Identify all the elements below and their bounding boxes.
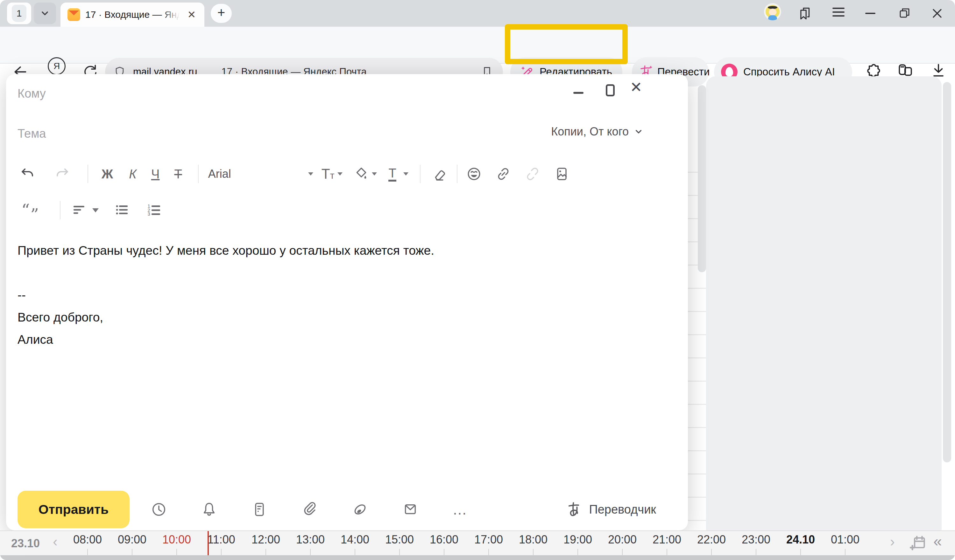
format-toolbar-row1: Ж К Ч Т Arial Тт Т xyxy=(16,159,570,189)
bullet-list-button[interactable] xyxy=(114,202,130,218)
body-line: -- xyxy=(17,284,662,306)
cc-from-label: Копии, От кого xyxy=(551,125,629,138)
timeline-hour-label: 22:00 xyxy=(689,533,734,556)
bookmarks-panel-button[interactable] xyxy=(798,6,813,21)
reminder-bell-button[interactable] xyxy=(201,501,218,518)
right-background-panel xyxy=(706,76,942,530)
highlight-color-button[interactable] xyxy=(353,166,369,182)
new-tab-button[interactable]: + xyxy=(211,4,232,23)
insert-image-button[interactable] xyxy=(554,166,570,182)
timeline-next-button[interactable]: › xyxy=(890,533,895,549)
calendar-add-icon xyxy=(910,534,928,552)
add-event-calendar-button[interactable] xyxy=(910,534,928,552)
timeline-prev-button[interactable]: ‹ xyxy=(53,533,58,549)
compose-minimize-button[interactable] xyxy=(573,92,584,94)
window-close-button[interactable] xyxy=(930,6,944,20)
browser-window: 1 17 · Входящие — Яндек ✕ + xyxy=(0,0,955,560)
timeline-hour-label: 23:00 xyxy=(734,533,778,556)
caret-down-icon[interactable] xyxy=(92,208,99,212)
window-restore-button[interactable] xyxy=(898,6,912,20)
caret-down-icon xyxy=(308,172,313,176)
insert-link-button[interactable] xyxy=(495,166,512,182)
timeline-hour-label: 16:00 xyxy=(422,533,467,556)
compose-action-icons: … xyxy=(150,501,468,518)
timeline-hour-label: 21:00 xyxy=(645,533,689,556)
browser-toolbar: Я mail.yandex.ru 17 · Входящие — Яндекс … xyxy=(0,27,955,64)
text-color-button[interactable]: Т xyxy=(388,166,396,182)
yandex-logo-icon: Я xyxy=(53,61,60,71)
compose-scrollbar[interactable] xyxy=(698,85,706,272)
yandex-mail-favicon-icon xyxy=(67,8,80,21)
body-line xyxy=(17,262,662,284)
divider xyxy=(457,165,457,183)
avatar-dress xyxy=(768,15,777,20)
active-tab[interactable]: 17 · Входящие — Яндек ✕ xyxy=(61,3,204,27)
timeline-hour-label: 12:00 xyxy=(244,533,288,556)
timeline-collapse-button[interactable]: « xyxy=(933,532,942,550)
menu-button[interactable] xyxy=(833,8,845,17)
schedule-send-clock-button[interactable] xyxy=(150,501,167,518)
calendar-timeline: 23.10 ‹ 08:0009:0010:0011:0012:0013:0014… xyxy=(0,530,955,555)
compose-bottom-bar: Отправить xyxy=(17,489,656,530)
attach-file-button[interactable] xyxy=(301,501,318,518)
strikethrough-button[interactable]: Т xyxy=(174,168,182,180)
divider xyxy=(198,165,199,183)
caret-down-icon[interactable] xyxy=(372,172,377,176)
template-button[interactable] xyxy=(251,501,268,518)
timeline-hour-label: 09:00 xyxy=(110,533,154,556)
font-family-select[interactable]: Arial xyxy=(208,167,313,181)
yandex-logo-button[interactable]: Я xyxy=(48,57,66,75)
tab-close-button[interactable]: ✕ xyxy=(185,9,199,21)
undo-button[interactable] xyxy=(20,166,37,182)
align-button[interactable] xyxy=(71,202,87,218)
timeline-hours[interactable]: 08:0009:0010:0011:0012:0013:0014:0015:00… xyxy=(65,533,867,556)
subject-field[interactable]: Тема xyxy=(17,127,46,140)
format-toolbar-row2: “” 123 xyxy=(16,196,162,225)
timeline-hour-label: 24.10 xyxy=(778,533,823,556)
redo-button[interactable] xyxy=(53,166,70,182)
svg-text:3: 3 xyxy=(148,212,150,217)
message-body-editor[interactable]: Привет из Страны чудес! У меня все хорош… xyxy=(17,239,662,351)
timeline-hour-label: 15:00 xyxy=(377,533,422,556)
timeline-hour-label: 17:00 xyxy=(467,533,511,556)
tab-counter-button[interactable]: 1 xyxy=(7,3,31,24)
timeline-hour-label: 08:00 xyxy=(65,533,110,556)
close-icon xyxy=(930,6,944,20)
translator-hiragana-icon xyxy=(566,501,583,518)
profile-avatar[interactable] xyxy=(764,3,781,20)
translator-toggle[interactable]: Переводчик xyxy=(566,501,656,518)
tab-list-chevron-button[interactable] xyxy=(34,3,56,24)
numbered-list-button[interactable]: 123 xyxy=(146,202,162,218)
timeline-hour-label: 10:00 xyxy=(154,533,199,556)
underline-button[interactable]: Ч xyxy=(151,168,160,180)
bookmarks-icon xyxy=(798,6,813,21)
bold-button[interactable]: Ж xyxy=(102,168,113,180)
compose-expand-button[interactable] xyxy=(606,84,615,96)
italic-button[interactable]: К xyxy=(129,168,136,180)
send-button[interactable]: Отправить xyxy=(17,491,130,528)
window-minimize-button[interactable] xyxy=(865,6,875,14)
body-line: Всего доброго, xyxy=(17,306,662,329)
more-actions-button[interactable]: … xyxy=(452,501,468,518)
translator-label: Переводчик xyxy=(589,503,656,516)
timeline-hour-label: 19:00 xyxy=(556,533,600,556)
to-field[interactable]: Кому xyxy=(17,87,46,100)
emoji-button[interactable] xyxy=(466,166,482,182)
chevron-down-icon xyxy=(39,8,51,19)
cc-from-toggle[interactable]: Копии, От кого xyxy=(551,125,643,138)
timeline-hour-label: 01:00 xyxy=(823,533,867,556)
current-time-indicator xyxy=(208,531,209,555)
clear-format-eraser-button[interactable] xyxy=(431,166,447,182)
timeline-hour-label: 20:00 xyxy=(600,533,645,556)
caret-down-icon[interactable] xyxy=(337,172,343,176)
tab-counter-label: 1 xyxy=(12,5,27,22)
font-size-button[interactable]: Тт xyxy=(321,166,335,182)
blockquote-button[interactable]: “” xyxy=(21,202,39,218)
avatar-face xyxy=(769,9,777,16)
signature-pen-button[interactable] xyxy=(352,501,368,518)
remove-link-button[interactable] xyxy=(524,166,541,182)
message-envelope-button[interactable] xyxy=(402,501,419,518)
page-scrollbar[interactable] xyxy=(943,82,951,462)
compose-close-button[interactable]: ✕ xyxy=(630,78,642,96)
caret-down-icon[interactable] xyxy=(403,172,409,176)
